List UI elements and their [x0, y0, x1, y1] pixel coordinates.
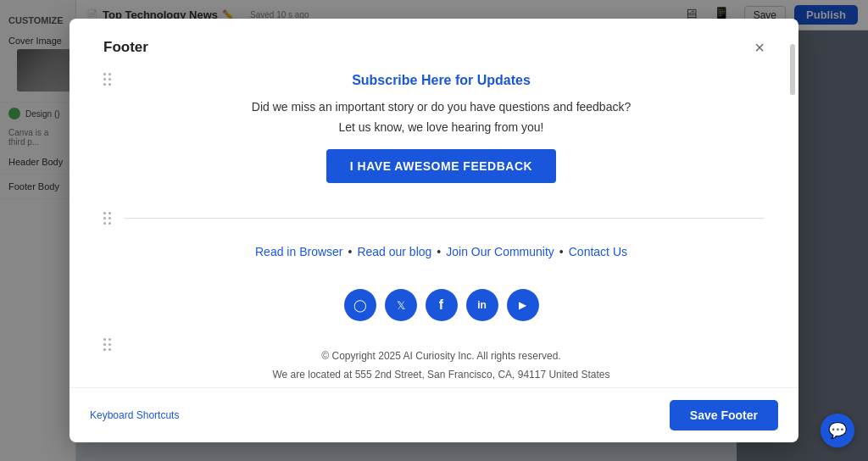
modal-title: Footer — [103, 39, 148, 56]
drag-handle-2[interactable] — [103, 212, 111, 225]
modal-header: Footer × — [103, 39, 765, 56]
scroll-thumb[interactable] — [790, 44, 795, 95]
close-button[interactable]: × — [754, 39, 765, 56]
chat-bubble-button[interactable]: 💬 — [821, 414, 854, 447]
feedback-button[interactable]: I HAVE AWESOME FEEDBACK — [326, 149, 556, 183]
love-text: Let us know, we love hearing from you! — [338, 120, 543, 134]
nav-sep-3: • — [559, 245, 564, 258]
question-text: Did we miss an important story or do you… — [252, 100, 631, 114]
modal-overlay[interactable]: Footer × Subscribe Here for Updates Did … — [0, 0, 868, 461]
drag-handle-1[interactable] — [103, 73, 111, 86]
linkedin-icon[interactable]: in — [466, 289, 498, 321]
nav-link-read-blog[interactable]: Read our blog — [357, 245, 431, 258]
nav-links: Read in Browser • Read our blog • Join O… — [255, 245, 627, 258]
twitter-icon[interactable]: 𝕏 — [385, 289, 417, 321]
nav-sep-2: • — [437, 245, 441, 258]
nav-link-read-browser[interactable]: Read in Browser — [255, 245, 343, 258]
youtube-icon[interactable]: ▶ — [507, 289, 539, 321]
divider-row — [103, 212, 765, 225]
instagram-icon[interactable]: ◯ — [344, 289, 376, 321]
horizontal-divider — [125, 218, 765, 219]
nav-sep-1: • — [348, 245, 352, 258]
subscribe-title: Subscribe Here for Updates — [352, 73, 531, 88]
footer-modal: Footer × Subscribe Here for Updates Did … — [70, 19, 798, 442]
copyright-text: © Copyright 2025 AI Curiosity Inc. All r… — [321, 350, 560, 362]
save-footer-button[interactable]: Save Footer — [670, 400, 778, 430]
social-icons-row: ◯ 𝕏 f in ▶ — [344, 289, 539, 321]
facebook-icon[interactable]: f — [426, 289, 458, 321]
modal-footer: Keyboard Shortcuts Save Footer — [70, 387, 798, 442]
address-text: We are located at 555 2nd Street, San Fr… — [272, 369, 609, 380]
drag-handle-3[interactable] — [103, 338, 111, 351]
nav-link-contact[interactable]: Contact Us — [569, 245, 627, 258]
keyboard-shortcuts-link[interactable]: Keyboard Shortcuts — [90, 409, 179, 421]
nav-link-join-community[interactable]: Join Our Community — [446, 245, 554, 258]
